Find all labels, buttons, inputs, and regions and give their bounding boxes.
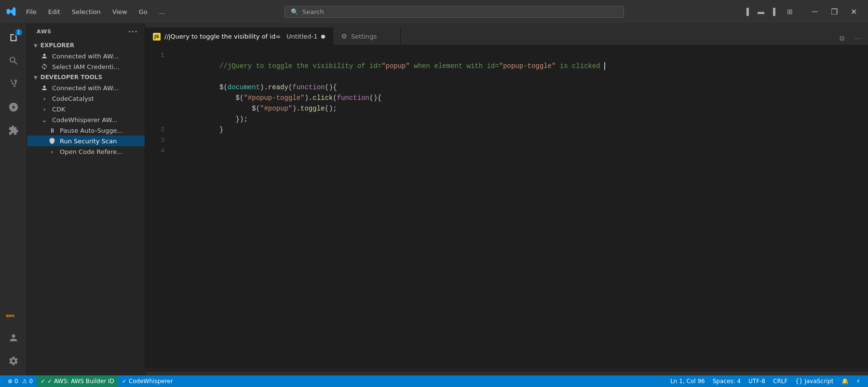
status-notifications[interactable]: 🔔 [838, 375, 853, 387]
code-ref-icon: › [48, 148, 56, 155]
settings-icon [8, 356, 19, 366]
devtools-run-security-scan[interactable]: Run Security Scan [27, 136, 145, 146]
restore-button[interactable]: ❐ [826, 5, 843, 18]
status-warnings-label: 0 [29, 378, 33, 385]
status-errors[interactable]: ⊗ 0 ⚠ 0 [4, 375, 37, 387]
line-num-blank-2 [145, 71, 164, 82]
devtools-chevron-icon: ▼ [34, 75, 38, 80]
warning-icon: ⚠ [22, 378, 27, 385]
minimize-button[interactable]: ─ [806, 5, 824, 18]
devtools-codecatalyst[interactable]: › CodeCatalyst [27, 93, 145, 104]
status-remote[interactable]: ⚡ [853, 375, 864, 387]
search-icon: 🔍 [291, 8, 298, 15]
panel-toggle[interactable]: ▬ [754, 5, 768, 18]
split-editor-button[interactable]: ⧉ [835, 31, 849, 45]
code-editor[interactable]: 1 2 3 4 //jQuery to toggle the visibilit… [145, 45, 868, 369]
menu-file[interactable]: File [22, 6, 41, 17]
editor-scrollbar[interactable] [145, 369, 868, 375]
tab-modified-indicator [321, 35, 325, 39]
sidebar-more-icon[interactable]: ··· [128, 27, 138, 36]
menu-view[interactable]: View [108, 6, 131, 17]
tab-untitled-1[interactable]: JS //jQuery to toggle the visibility of … [145, 28, 333, 45]
status-codewhisperer-label: CodeWhisperer [129, 378, 173, 385]
status-encoding[interactable]: UTF-8 [745, 375, 769, 387]
devtools-section-header[interactable]: ▼ DEVELOPER TOOLS [27, 72, 145, 83]
status-spaces[interactable]: Spaces: 4 [709, 375, 745, 387]
code-content[interactable]: //jQuery to toggle the visibility of id=… [171, 45, 868, 369]
codewhisperer-check-icon: ✓ [122, 378, 127, 385]
code-line-9 [179, 146, 868, 156]
status-cursor-pos[interactable]: Ln 1, Col 96 [666, 375, 709, 387]
search-placeholder: Search [302, 8, 324, 15]
activity-scm[interactable] [3, 73, 24, 95]
devtools-codewhisperer[interactable]: ⌄ CodeWhisperer AW... [27, 114, 145, 125]
sync-icon [41, 63, 48, 70]
activity-extensions[interactable] [3, 120, 24, 141]
line-num-3: 3 [145, 135, 164, 146]
activity-bottom: aws [3, 304, 24, 372]
tab-settings-label: Settings [351, 33, 377, 40]
menu-go[interactable]: Go [135, 6, 151, 17]
editor-more-button[interactable]: ··· [851, 31, 864, 45]
activity-run[interactable] [3, 97, 24, 118]
line-num-blank-6 [145, 114, 164, 124]
account-icon [8, 332, 19, 343]
secondary-sidebar-toggle[interactable]: ▌ [769, 5, 782, 18]
aws-icon: aws [6, 310, 21, 319]
tab-settings[interactable]: ⚙ Settings [333, 28, 401, 45]
menu-edit[interactable]: Edit [44, 6, 64, 17]
explorer-chevron-icon: ▼ [34, 43, 38, 48]
close-button[interactable]: ✕ [845, 5, 862, 18]
person-icon [41, 52, 48, 60]
activity-search[interactable] [3, 50, 24, 71]
devtools-section-label: DEVELOPER TOOLS [41, 74, 102, 81]
code-line-6: } [179, 114, 868, 124]
explorer-connected[interactable]: Connected with AW... [27, 51, 145, 61]
primary-sidebar-toggle[interactable]: ▐ [740, 5, 753, 18]
tab-untitled-1-filename: Untitled-1 [286, 33, 317, 40]
devtools-open-code-ref[interactable]: › Open Code Refere... [27, 146, 145, 157]
menu-more[interactable]: ... [155, 6, 169, 17]
bell-icon: 🔔 [841, 378, 849, 385]
line-num-blank-3 [145, 82, 164, 93]
search-bar[interactable]: 🔍 Search [285, 6, 624, 18]
menu-selection[interactable]: Selection [68, 6, 105, 17]
text-cursor [600, 62, 605, 70]
activity-bar: 1 aws [0, 23, 27, 375]
devtools-pause-autosugg[interactable]: ⏸ Pause Auto-Sugge... [27, 125, 145, 136]
devtools-connected-label: Connected with AW... [52, 84, 119, 92]
code-line-2: $(document).ready(function(){ [179, 71, 868, 82]
explorer-select-iam[interactable]: Select IAM Credenti... [27, 61, 145, 72]
tab-bar: JS //jQuery to toggle the visibility of … [145, 23, 868, 45]
status-line-ending[interactable]: CRLF [769, 375, 791, 387]
explorer-select-iam-label: Select IAM Credenti... [52, 63, 120, 70]
status-language[interactable]: {} JavaScript [791, 375, 837, 387]
settings-tab-icon: ⚙ [341, 32, 347, 40]
line-num-blank-5 [145, 103, 164, 114]
explorer-section-header[interactable]: ▼ EXPLORER [27, 40, 145, 51]
activity-settings[interactable] [3, 350, 24, 372]
devtools-cdk[interactable]: › CDK [27, 104, 145, 114]
devtools-connected[interactable]: Connected with AW... [27, 83, 145, 93]
devtools-cdk-label: CDK [52, 106, 66, 113]
vscode-logo-icon [6, 6, 16, 17]
tab-untitled-1-label: //jQuery to toggle the visibility of id= [164, 33, 281, 40]
activity-account[interactable] [3, 327, 24, 348]
activity-explorer[interactable]: 1 [3, 27, 24, 48]
remote-icon: ⚡ [856, 378, 860, 385]
layout-options[interactable]: ⊞ [783, 5, 797, 18]
main-area: 1 aws [0, 23, 868, 375]
devtools-codewhisperer-label: CodeWhisperer AW... [52, 116, 117, 124]
window-controls: ─ ❐ ✕ [806, 5, 862, 18]
line-num-1: 1 [145, 50, 164, 61]
status-codewhisperer[interactable]: ✓ CodeWhisperer [118, 375, 177, 387]
comment-text: //jQuery to toggle the visibility of id=… [219, 62, 600, 70]
line-ending-label: CRLF [773, 378, 787, 385]
devtools-person-icon [41, 84, 48, 92]
sidebar: AWS ··· ▼ EXPLORER Connected with AW... … [27, 23, 145, 375]
devtools-codecatalyst-label: CodeCatalyst [52, 95, 94, 102]
extensions-icon [8, 125, 19, 136]
source-control-icon [8, 79, 19, 89]
aws-logo[interactable]: aws [3, 304, 24, 325]
status-aws-builder[interactable]: ✓ ✓ AWS: AWS Builder ID [37, 375, 118, 387]
